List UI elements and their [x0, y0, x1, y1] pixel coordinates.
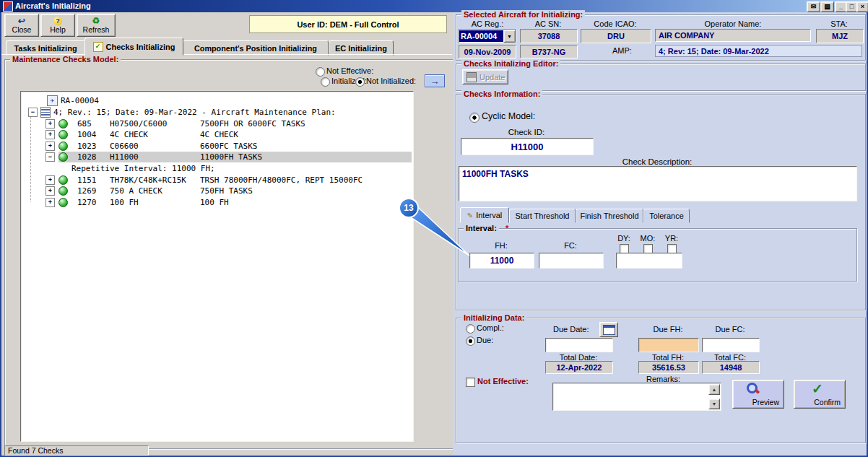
magnifier-icon — [746, 382, 758, 394]
check-id-field[interactable]: H11000 — [461, 138, 594, 155]
due-fc-field[interactable] — [702, 338, 760, 352]
scroll-down-button[interactable]: ▼ — [708, 399, 720, 409]
tab-ec-initializing[interactable]: EC Initializing — [329, 40, 394, 56]
ac-reg-label: AC Reg.: — [460, 19, 515, 29]
chevron-down-icon: ▼ — [507, 34, 512, 39]
ac-sn-field: 37088 — [520, 29, 578, 43]
window-list-icon[interactable]: ▤ — [820, 1, 834, 12]
ac-reg-combobox[interactable]: RA-00004 ▼ — [459, 29, 516, 43]
delivery-date-field: 09-Nov-2009 — [459, 45, 516, 58]
mail-icon[interactable]: ✉ — [807, 1, 820, 12]
amp-field: 4; Rev: 15; Date: 09-Mar-2022 — [655, 45, 862, 57]
tree-row-root[interactable]: ✈ RA-00004 — [22, 95, 412, 106]
compl-radio[interactable] — [466, 324, 475, 334]
title-bar: Aircraft's Initializing ✉ ▤ _ □ × — [0, 0, 868, 12]
checks-information-title: Checks Information: — [461, 90, 542, 98]
compl-label: Compl.: — [477, 323, 504, 333]
expander-icon[interactable]: − — [28, 108, 38, 117]
due-date-label: Due Date: — [553, 325, 589, 334]
expander-icon[interactable]: + — [45, 186, 55, 196]
transfer-arrow-button[interactable]: → — [425, 74, 445, 87]
combo-dropdown-button[interactable]: ▼ — [503, 30, 516, 43]
tree-row[interactable]: + 1270 100 FH 100 FH — [22, 196, 412, 208]
operator-name-label: Operator Name: — [655, 19, 811, 29]
check-node-icon — [58, 186, 68, 196]
expander-icon[interactable]: + — [45, 142, 55, 151]
tree-row[interactable]: + 1269 750 A CHECK 750FH TASKS — [22, 185, 412, 196]
edit-icon: ✎ — [467, 212, 473, 219]
tab-finish-threshold[interactable]: Finish Threshold — [576, 209, 643, 223]
tree-row[interactable]: + 1151 TH78K/C48K+RC15K TRSH 78000FH/480… — [22, 174, 412, 186]
due-date-field[interactable] — [545, 338, 613, 352]
expander-icon[interactable]: + — [45, 130, 55, 139]
calendar-icon — [603, 325, 615, 335]
tab-start-threshold[interactable]: Start Threshold — [509, 209, 576, 223]
update-button[interactable]: Update — [462, 69, 508, 84]
scroll-down-icon: ▼ — [712, 401, 717, 406]
remarks-field[interactable]: ▲ ▼ — [552, 383, 721, 411]
tree-row[interactable]: + 1023 C06600 6600FC TASKS — [22, 140, 412, 152]
not-initialized-radio[interactable] — [355, 77, 365, 87]
check-id-label: Check ID: — [461, 128, 592, 137]
calendar-button[interactable] — [599, 322, 618, 337]
scroll-up-button[interactable]: ▲ — [708, 384, 720, 395]
interval-fc-field[interactable] — [539, 253, 604, 269]
window-title: Aircraft's Initializing — [15, 1, 91, 10]
initializing-data-title: Initializing Data: — [461, 313, 526, 322]
tab-checks-initializing[interactable]: ✓ Checks Initializing — [84, 38, 183, 56]
checks-tree: ✈ RA-00004 − 4; Rev.: 15; Date: 09-Mar-2… — [20, 91, 414, 442]
tab-tasks-initializing[interactable]: Tasks Initializing — [6, 40, 85, 56]
tree-row-amp[interactable]: − 4; Rev.: 15; Date: 09-Mar-2022 - Aircr… — [22, 106, 412, 118]
interval-fh-field[interactable]: 11000 — [469, 253, 534, 269]
due-fh-field[interactable] — [638, 338, 699, 352]
check-description-field[interactable]: 11000FH TASKS — [459, 166, 857, 201]
tree-amp-label: 4; Rev.: 15; Date: 09-Mar-2022 - Aircraf… — [53, 108, 336, 117]
refresh-button[interactable]: ♻ Refresh — [77, 14, 116, 37]
sta-field: MJZ — [816, 29, 864, 43]
checklist-icon: ✓ — [93, 42, 103, 52]
close-window-button[interactable]: × — [856, 1, 868, 12]
interval-fh-label: FH: — [469, 241, 533, 251]
due-fc-label: Due FC: — [702, 325, 758, 334]
help-icon: ? — [53, 17, 62, 25]
ac-sn-label: AC SN: — [520, 19, 576, 29]
check-node-icon — [58, 152, 68, 162]
expander-icon[interactable]: + — [45, 198, 55, 207]
tree-row-repetitive[interactable]: Repetitive Interval: 11000 FH; — [22, 162, 412, 174]
exit-icon: ↩ — [18, 17, 25, 25]
user-banner: User ID: DEM - Full Control — [249, 15, 447, 33]
tree-root-label: RA-00004 — [61, 96, 99, 105]
interval-dy-label: DY: — [614, 234, 634, 243]
check-node-icon — [58, 130, 68, 139]
tree-row[interactable]: + 1004 4C CHECK 4C CHECK — [22, 129, 412, 140]
maintenance-checks-model-title: Maintenance Checks Model: — [10, 55, 121, 64]
expander-icon[interactable]: + — [45, 175, 55, 185]
tab-interval[interactable]: ✎ Interval — [460, 207, 509, 223]
not-initialized-label: Not Initialized: — [366, 77, 416, 86]
interval-calendar-field[interactable] — [616, 253, 682, 269]
due-radio[interactable] — [466, 336, 475, 346]
refresh-icon: ♻ — [92, 17, 100, 25]
confirm-button[interactable]: ✓ Confirm — [794, 380, 846, 409]
tree-row-selected[interactable]: − 1028 H11000 11000FH TASKS — [22, 151, 412, 162]
cyclic-model-radio[interactable] — [469, 113, 479, 123]
check-node-icon — [58, 142, 68, 151]
close-button[interactable]: ↩ Close — [4, 14, 39, 37]
restore-icon: □ — [850, 4, 854, 10]
tree-row[interactable]: + 685 H07500/C6000 7500FH OR 6000FC TASK… — [22, 118, 412, 129]
not-effective-data-label: Not Effective: — [477, 377, 529, 386]
tab-components-position-initializing[interactable]: Component's Position Initializing — [183, 40, 329, 56]
interval-fc-label: FC: — [539, 241, 602, 251]
checkmark-icon: ✓ — [812, 380, 823, 397]
preview-button[interactable]: Preview — [732, 380, 784, 409]
total-fc-field: 14948 — [702, 361, 760, 374]
expander-icon[interactable]: − — [45, 152, 55, 162]
expander-icon[interactable]: + — [45, 119, 55, 129]
not-effective-checkbox[interactable] — [466, 378, 475, 387]
help-button[interactable]: ? Help — [40, 14, 75, 37]
transfer-arrow-icon: → — [430, 77, 440, 86]
maintenance-plan-icon — [40, 107, 51, 118]
not-effective-radio[interactable] — [316, 67, 325, 77]
tab-tolerance[interactable]: Tolerance — [643, 209, 690, 223]
initialized-radio[interactable] — [321, 77, 330, 87]
